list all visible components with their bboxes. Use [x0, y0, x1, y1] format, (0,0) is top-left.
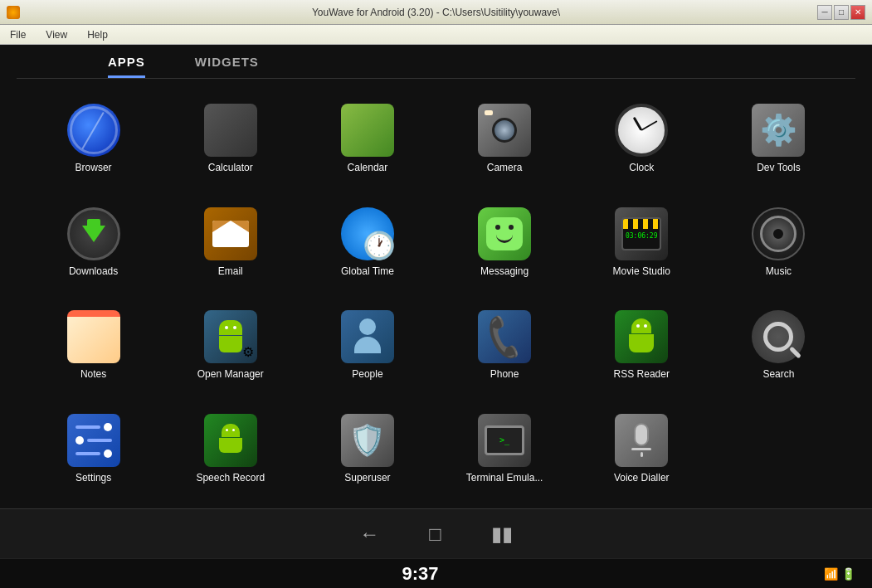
app-downloads-label: Downloads [69, 265, 118, 277]
app-openmanager[interactable]: ⚙ Open Manager [162, 294, 299, 397]
envelope [212, 221, 249, 247]
app-browser-label: Browser [76, 162, 112, 173]
tab-widgets[interactable]: WIDGETS [195, 55, 259, 78]
app-calendar[interactable]: Calendar [299, 87, 436, 191]
menu-bar: File View Help [0, 25, 872, 45]
app-browser[interactable]: Browser [25, 87, 162, 191]
app-notes-label: Notes [80, 368, 106, 380]
app-terminal[interactable]: >_ Terminal Emula... [436, 397, 573, 501]
tab-bar: APPS WIDGETS [0, 45, 872, 78]
app-phone[interactable]: 📞 Phone [436, 294, 573, 397]
bot-head [219, 320, 242, 335]
calculator-icon [204, 104, 257, 157]
people-icon [341, 310, 394, 363]
superuser-icon: 🛡️ [341, 414, 394, 467]
app-calculator[interactable]: Calculator [162, 87, 299, 191]
music-icon [752, 207, 805, 260]
app-clock-label: Clock [629, 162, 654, 173]
app-downloads[interactable]: Downloads [25, 191, 162, 294]
andy-body [629, 334, 654, 352]
slider-thumb-3 [104, 450, 112, 458]
mic-stand [631, 448, 651, 450]
app-search[interactable]: Search [710, 294, 847, 397]
app-camera[interactable]: Camera [436, 87, 573, 191]
devtools-icon: ⚙️ [752, 104, 805, 157]
rss-icon [615, 310, 668, 363]
camera-icon [478, 104, 531, 157]
app-rss[interactable]: RSS Reader [573, 294, 710, 397]
messaging-eyes [495, 225, 514, 230]
sp-body [219, 438, 242, 453]
app-settings[interactable]: Settings [25, 397, 162, 501]
person-body [354, 337, 381, 353]
app-voicedialler-label: Voice Dialler [614, 472, 670, 484]
browser-icon [67, 104, 120, 157]
app-music[interactable]: Music [710, 191, 847, 294]
minimize-button[interactable]: ─ [817, 5, 832, 20]
maximize-button[interactable]: □ [834, 5, 849, 20]
app-speechrecord-label: Speech Record [196, 472, 265, 484]
messaging-smile [496, 235, 513, 243]
app-notes[interactable]: Notes [25, 294, 162, 397]
app-email[interactable]: Email [162, 191, 299, 294]
app-moviestyle[interactable]: 03:06:29 Movie Studio [573, 191, 710, 294]
speech-android [215, 424, 246, 457]
app-superuser[interactable]: 🛡️ Superuser [299, 397, 436, 501]
app-globaltime[interactable]: 🕐 Global Time [299, 191, 436, 294]
messaging-face [486, 217, 523, 250]
android-status-bar: 9:37 📶 🔋 [0, 558, 872, 588]
calendar-icon [341, 104, 394, 157]
speaker-cone [760, 216, 796, 252]
mic-body [634, 423, 649, 446]
mic-post [641, 452, 643, 457]
app-speechrecord[interactable]: Speech Record [162, 397, 299, 501]
slider-thumb-1 [104, 423, 112, 431]
app-phone-label: Phone [490, 368, 519, 380]
app-calculator-label: Calculator [208, 162, 253, 173]
speaker-inner [772, 227, 785, 241]
menu-file[interactable]: File [7, 27, 29, 42]
app-camera-label: Camera [487, 162, 523, 173]
app-devtools[interactable]: ⚙️ Dev Tools [710, 87, 847, 191]
tab-apps[interactable]: APPS [108, 55, 145, 78]
app-voicedialler[interactable]: Voice Dialler [573, 397, 710, 501]
app-people-label: People [352, 368, 382, 380]
app-email-label: Email [218, 265, 243, 277]
openmanager-icon: ⚙ [204, 310, 257, 363]
sp-eye-left [226, 429, 228, 431]
speechrecord-icon [204, 414, 257, 467]
msg-eye-right [509, 225, 514, 230]
microphone-icon [631, 423, 651, 457]
globaltime-clock: 🕐 [368, 234, 391, 257]
app-clock[interactable]: Clock [573, 87, 710, 191]
andy-eye-right [644, 324, 647, 328]
nav-home-button[interactable]: □ [429, 522, 441, 546]
phone-handset: 📞 [479, 312, 531, 362]
email-icon [204, 207, 257, 260]
search-icon [752, 310, 805, 363]
app-terminal-label: Terminal Emula... [466, 472, 543, 484]
person-head [359, 318, 376, 335]
clapboard-time: 03:06:29 [623, 232, 660, 240]
menu-view[interactable]: View [42, 27, 71, 42]
slider-row-3 [76, 450, 112, 458]
window-title: YouWave for Android (3.20) - C:\Users\Us… [312, 7, 560, 18]
terminal-monitor: >_ [485, 425, 524, 455]
clapboard: 03:06:29 [621, 217, 661, 250]
window-controls[interactable]: ─ □ ✕ [817, 5, 865, 20]
slider-row-2 [76, 436, 112, 445]
apps-grid: Browser Calculator Calend [0, 79, 872, 508]
nav-recent-button[interactable]: ▮▮ [491, 522, 513, 546]
app-rss-label: RSS Reader [614, 368, 670, 380]
app-messaging[interactable]: Messaging [436, 191, 573, 294]
app-people[interactable]: People [299, 294, 436, 397]
nav-back-button[interactable]: ← [359, 522, 379, 546]
status-icons: 📶 🔋 [824, 567, 855, 581]
close-button[interactable]: ✕ [850, 5, 865, 20]
slider-track-3 [76, 452, 100, 455]
sp-eye-right [232, 429, 235, 431]
title-bar: YouWave for Android (3.20) - C:\Users\Us… [0, 0, 872, 25]
terminal-icon: >_ [478, 414, 531, 467]
menu-help[interactable]: Help [84, 27, 111, 42]
magnifier [763, 322, 793, 352]
